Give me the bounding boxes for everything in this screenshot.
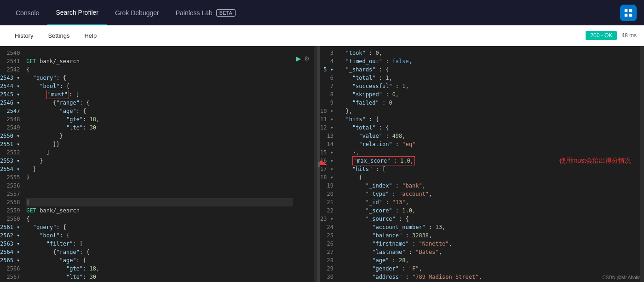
main-content: 2540 2541 2542 2543 ▾ 2544 ▾ 2545 ▾ 2546… (0, 46, 644, 282)
code-line-2542: { (26, 65, 314, 74)
elastic-icon-button[interactable] (620, 5, 637, 21)
nav-grok-debugger[interactable]: Grok Debugger (107, 0, 167, 25)
code-line-2559: GET bank/_search (26, 206, 314, 215)
code-line-2545: "must": [ (26, 90, 314, 99)
code-line-2561: "query": { (26, 223, 314, 231)
out-line-6: "total" : 1, (339, 74, 640, 82)
out-line-24: "account_number" : 13, (339, 223, 640, 231)
out-line-25: "balance" : 32838, (339, 231, 640, 240)
out-line-19: "_index" : "bank", (339, 182, 640, 190)
code-line-2544: "bool": { (26, 82, 314, 90)
out-line-3: "took" : 0, (339, 49, 640, 57)
out-line-15: }, (339, 148, 640, 157)
output-code-area: "took" : 0, "timed_out" : false, "_shard… (337, 46, 640, 282)
out-line-10: }, (339, 107, 640, 115)
out-line-20: "_type" : "account", (339, 190, 640, 198)
query-settings-button[interactable]: ⚙ (305, 54, 309, 63)
output-pane: 3 4 5 ▾ 6 7 8 9 10 ▾ 11 ▾ 12 ▾ 13 14 15 … (320, 46, 640, 282)
code-line-2553: } (26, 157, 314, 165)
code-line-2557 (26, 190, 314, 198)
watermark: CSDN @Mr.Aholic (603, 275, 640, 280)
out-line-7: "successful" : 1, (339, 82, 640, 90)
secondary-navigation: History Settings Help 200 - OK 48 ms (0, 25, 644, 46)
output-line-numbers: 3 4 5 ▾ 6 7 8 9 10 ▾ 11 ▾ 12 ▾ 13 14 15 … (320, 46, 337, 282)
code-line-2564: {"range": { (26, 248, 314, 256)
code-line-2565: "age": { (26, 256, 314, 264)
editor-code-area[interactable]: GET bank/_search { "query": { "bool": { … (24, 46, 314, 282)
out-line-11: "hits" : { (339, 115, 640, 123)
svg-rect-3 (629, 13, 632, 16)
code-line-2547: "age": { (26, 107, 314, 115)
out-line-28: "age" : 28, (339, 256, 640, 264)
code-line-2554: } (26, 165, 314, 173)
out-line-16: "max_score" : 1.0, (339, 157, 640, 165)
out-line-17: "hits" : [ (339, 165, 640, 173)
code-line-2562: "bool": { (26, 231, 314, 240)
out-line-9: "failed" : 0 (339, 99, 640, 107)
out-line-18: { (339, 173, 640, 182)
code-line-2556 (26, 182, 314, 190)
code-line-2567: "lte": 30 (26, 273, 314, 281)
code-line-2558: | (26, 198, 293, 206)
code-line-2566: "gte": 18, (26, 264, 314, 273)
code-line-2563: "filter": [ (26, 240, 314, 248)
svg-rect-2 (625, 13, 627, 16)
sec-nav-settings[interactable]: Settings (40, 25, 77, 46)
code-line-2560: { (26, 215, 314, 223)
out-line-27: "lastname" : "Bates", (339, 248, 640, 256)
svg-rect-1 (629, 9, 632, 12)
output-scrollbar[interactable] (640, 46, 644, 282)
out-line-21: "_id" : "13", (339, 198, 640, 206)
code-line-2543: "query": { (26, 74, 314, 82)
sec-nav-help[interactable]: Help (77, 25, 104, 46)
code-line-2550: } (26, 132, 314, 140)
svg-rect-0 (625, 9, 627, 12)
time-badge: 48 ms (621, 32, 637, 39)
editor-scrollbar[interactable] (314, 46, 317, 282)
out-line-8: "skipped" : 0, (339, 90, 640, 99)
code-line-2540 (26, 49, 314, 57)
code-line-2548: "gte": 18, (26, 115, 314, 123)
beta-badge: BETA (216, 9, 236, 17)
out-line-13: "value" : 498, (339, 132, 640, 140)
code-line-2552: ] (26, 148, 314, 157)
out-line-12: "total" : { (339, 123, 640, 132)
out-line-4: "timed_out" : false, (339, 57, 640, 65)
editor-line-numbers: 2540 2541 2542 2543 ▾ 2544 ▾ 2545 ▾ 2546… (0, 46, 24, 282)
code-line-2549: "lte": 30 (26, 123, 314, 132)
nav-console[interactable]: Console (7, 0, 47, 25)
out-line-26: "firstname" : "Nanette", (339, 240, 640, 248)
run-button[interactable]: ▶ (296, 54, 301, 63)
editor-pane: 2540 2541 2542 2543 ▾ 2544 ▾ 2545 ▾ 2546… (0, 46, 317, 282)
out-line-5: "_shards" : { (339, 65, 640, 74)
out-line-14: "relation" : "eq" (339, 140, 640, 148)
out-line-30: "address" : "789 Madison Street", (339, 273, 640, 281)
status-badge: 200 - OK (586, 31, 617, 40)
nav-search-profiler[interactable]: Search Profiler (47, 0, 107, 25)
out-line-29: "gender" : "F", (339, 264, 640, 273)
run-btn-area: ▶ ⚙ (296, 54, 309, 63)
code-line-2541: GET bank/_search (26, 57, 314, 65)
code-line-2555: } (26, 173, 314, 182)
out-line-22: "_score" : 1.0, (339, 206, 640, 215)
out-line-23: "_source" : { (339, 215, 640, 223)
top-navigation: Console Search Profiler Grok Debugger Pa… (0, 0, 644, 25)
nav-painless-lab[interactable]: Painless Lab BETA (167, 0, 244, 25)
code-line-2551: }} (26, 140, 314, 148)
sec-nav-history[interactable]: History (7, 25, 40, 46)
code-line-2546: {"range": { (26, 99, 314, 107)
